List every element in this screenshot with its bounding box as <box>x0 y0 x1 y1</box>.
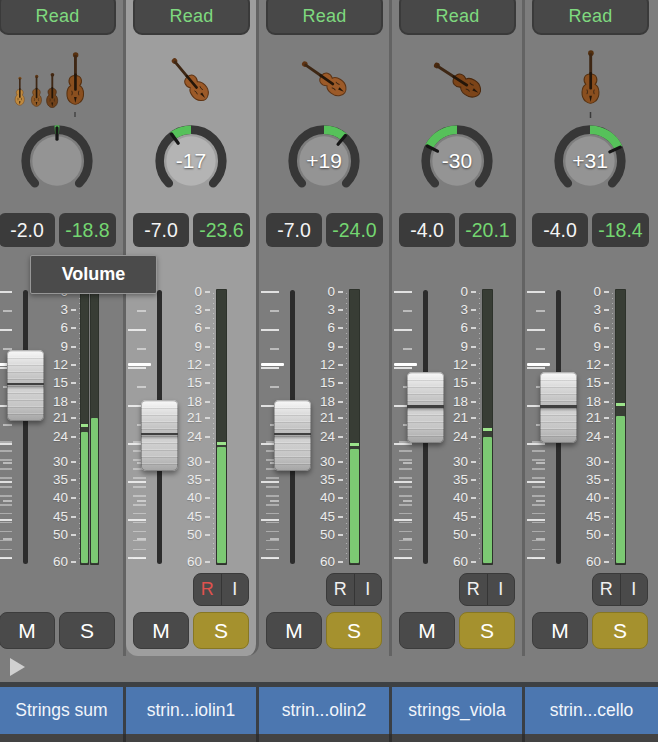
fader-zero-db-tick <box>394 363 417 366</box>
volume-value[interactable]: -7.0 <box>133 213 189 247</box>
level-meter <box>482 289 493 565</box>
input-monitor-button[interactable]: I <box>487 574 515 605</box>
automation-mode-button[interactable]: Read <box>532 0 649 35</box>
meter-scale-label: 21 <box>586 411 601 425</box>
meter-bar <box>80 289 89 565</box>
track-name-cell[interactable]: strings_viola <box>392 687 525 734</box>
meter-scale: 03691215182124303540455060 <box>168 285 212 575</box>
automation-mode-button[interactable]: Read <box>0 0 116 35</box>
meter-scale-label: 45 <box>320 510 335 524</box>
channel-strip-panel: Read +19 -7.0 -24.0 03691215182124303540… <box>259 0 390 656</box>
meter-fill <box>91 418 98 563</box>
automation-mode-button[interactable]: Read <box>133 0 250 35</box>
track-name-cell[interactable]: strin...cello <box>525 687 658 734</box>
instrument-icon[interactable] <box>407 46 507 120</box>
volume-value[interactable]: -2.0 <box>0 213 55 247</box>
peak-level-value[interactable]: -18.4 <box>592 213 649 247</box>
fader-zone: 03691215182124303540455060 <box>0 285 123 577</box>
record-enable-button[interactable]: R <box>194 574 221 605</box>
record-enable-button[interactable]: R <box>460 574 487 605</box>
pan-knob[interactable]: -30 <box>419 123 495 199</box>
meter-fill <box>483 437 492 563</box>
meter-scale: 03691215182124303540455060 <box>567 285 611 575</box>
meter-scale-label: 12 <box>53 358 68 372</box>
record-enable-button[interactable]: R <box>327 574 354 605</box>
meter-scale-label: 45 <box>453 510 468 524</box>
peak-level-value[interactable]: -20.1 <box>459 213 516 247</box>
channel-strip: Read +31 -4.0 -18.4 03691215182124303540… <box>525 0 658 656</box>
track-name-cell[interactable]: strin...iolin1 <box>126 687 259 734</box>
mute-button[interactable]: M <box>266 612 322 649</box>
fader-track[interactable] <box>23 290 28 564</box>
meter-scale-label: 60 <box>320 555 335 569</box>
meter-scale-dotted-line <box>479 293 480 559</box>
pan-knob[interactable]: +31 <box>552 123 628 199</box>
volume-value[interactable]: -7.0 <box>266 213 322 247</box>
pan-knob[interactable] <box>19 123 95 199</box>
meter-scale-label: 6 <box>194 321 202 335</box>
record-enable-button[interactable]: R <box>593 574 620 605</box>
fader-zone: 03691215182124303540455060 <box>259 285 390 577</box>
solo-button[interactable]: S <box>193 612 249 649</box>
pan-knob[interactable]: -17 <box>153 123 229 199</box>
peak-level-value[interactable]: -18.8 <box>59 213 116 247</box>
meter-scale-label: 50 <box>453 528 468 542</box>
input-monitor-button[interactable]: I <box>354 574 382 605</box>
input-monitor-button[interactable]: I <box>221 574 249 605</box>
track-name-cell[interactable]: strin...olin2 <box>259 687 392 734</box>
meter-fill <box>350 449 359 563</box>
input-monitor-button[interactable]: I <box>620 574 648 605</box>
instrument-icon[interactable] <box>540 46 640 120</box>
volume-value[interactable]: -4.0 <box>532 213 588 247</box>
meter-scale-label: 50 <box>53 528 68 542</box>
mute-button[interactable]: M <box>133 612 189 649</box>
meter-peak-tick <box>350 443 359 446</box>
bottom-cell <box>392 734 525 742</box>
solo-button[interactable]: S <box>459 612 515 649</box>
meter-scale-label: 35 <box>586 473 601 487</box>
instrument-icon[interactable] <box>141 46 241 120</box>
meter-scale-label: 3 <box>327 303 335 317</box>
meter-bar <box>90 289 99 565</box>
meter-scale-label: 15 <box>187 376 202 390</box>
meter-scale-label: 18 <box>453 395 468 409</box>
fader-zero-db-tick <box>261 363 284 366</box>
instrument-icon[interactable] <box>274 46 374 120</box>
solo-button[interactable]: S <box>59 612 115 649</box>
automation-mode-button[interactable]: Read <box>266 0 383 35</box>
meter-scale-label: 0 <box>327 285 335 299</box>
peak-level-value[interactable]: -23.6 <box>193 213 250 247</box>
peak-level-value[interactable]: -24.0 <box>326 213 383 247</box>
meter-scale-label: 60 <box>586 555 601 569</box>
meter-scale-label: 50 <box>320 528 335 542</box>
meter-fill <box>616 416 625 563</box>
meter-scale-label: 6 <box>60 321 68 335</box>
meter-scale-label: 35 <box>53 473 68 487</box>
mute-button[interactable]: M <box>532 612 588 649</box>
meter-peak-tick <box>81 424 88 427</box>
volume-value[interactable]: -4.0 <box>399 213 455 247</box>
channel-strip: Read -17 -7.0 -23.6 03691215182124303540… <box>126 0 259 656</box>
meter-scale: 03691215182124303540455060 <box>34 285 78 575</box>
fader-zero-db-tick <box>527 363 550 366</box>
meter-scale-label: 6 <box>593 321 601 335</box>
volume-tooltip: Volume <box>30 255 157 294</box>
solo-button[interactable]: S <box>592 612 648 649</box>
meter-scale-label: 21 <box>53 411 68 425</box>
track-name-cell[interactable]: Strings sum <box>0 687 126 734</box>
channel-strips-row: Read -2.0 -18.8 036912151821243035404550… <box>0 0 658 656</box>
channel-strip: Read -30 -4.0 -20.1 03691215182124303540… <box>392 0 525 656</box>
instrument-icon[interactable] <box>7 46 107 120</box>
automation-mode-button[interactable]: Read <box>399 0 516 35</box>
mute-button[interactable]: M <box>399 612 455 649</box>
disclosure-triangle-icon[interactable] <box>10 658 25 676</box>
meter-scale-label: 60 <box>187 555 202 569</box>
meter-scale-label: 24 <box>53 430 68 444</box>
pan-knob[interactable]: +19 <box>286 123 362 199</box>
mixer-view: Read -2.0 -18.8 036912151821243035404550… <box>0 0 658 742</box>
solo-button[interactable]: S <box>326 612 382 649</box>
mute-button[interactable]: M <box>0 612 55 649</box>
meter-scale-label: 9 <box>460 340 468 354</box>
meter-scale-label: 45 <box>586 510 601 524</box>
meter-scale-label: 6 <box>327 321 335 335</box>
